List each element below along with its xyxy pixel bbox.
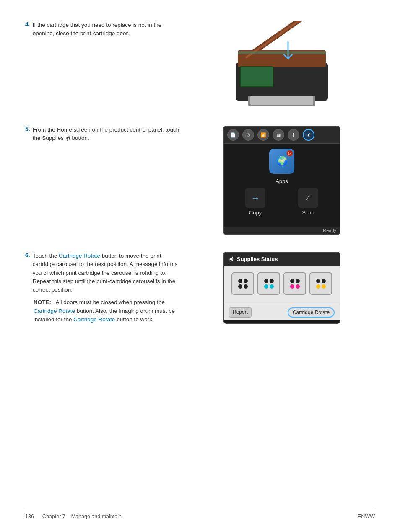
step-4-image [189, 21, 375, 109]
yellow-cartridge-dots [314, 277, 327, 290]
black-cartridge-dots [236, 277, 249, 290]
cartridge-row [230, 272, 333, 295]
control-panel-screen: 📄 ⚙ 📶 ▦ ℹ ⋪ 🌍 14 Apps [223, 126, 340, 235]
chapter-title: Manage and maintain [71, 514, 122, 519]
cyan-cartridge [257, 272, 280, 295]
dot-black-2 [244, 279, 248, 283]
supplies-header: ⋪ Supplies Status [224, 253, 340, 266]
dot-black-3 [238, 284, 242, 289]
cartridge-rotate-link-2[interactable]: Cartridge Rotate [34, 308, 75, 314]
supplies-icon: ⋪ [229, 256, 234, 262]
apps-label: Apps [229, 178, 335, 184]
step-4-number: 4. [25, 21, 30, 28]
dot-y-3 [316, 284, 320, 289]
step-6-content: Touch the Cartridge Rotate button to mov… [33, 252, 180, 294]
copy-icon[interactable]: → [245, 188, 265, 208]
yellow-cartridge [309, 272, 332, 295]
cartridge-rotate-link-1[interactable]: Cartridge Rotate [59, 253, 100, 259]
dot-black-1 [238, 279, 242, 283]
step-6-note: NOTE: All doors must be closed when pres… [34, 298, 180, 324]
scan-item: ⁄ Scan [298, 188, 318, 219]
dot-y-2 [322, 279, 326, 283]
supplies-status-screen: ⋪ Supplies Status [223, 252, 340, 324]
dot-c-3 [264, 284, 268, 289]
supplies-title: Supplies Status [237, 256, 278, 262]
screen-content-area: 🌍 14 Apps → Copy [224, 144, 340, 227]
dot-m-2 [296, 279, 300, 283]
dot-c-2 [270, 279, 274, 283]
step-4: 4. If the cartridge that you need to rep… [25, 21, 375, 109]
dot-y-1 [316, 279, 320, 283]
supplies-footer: Report Cartridge Rotate [224, 305, 340, 320]
dot-c-4 [270, 284, 274, 289]
dot-m-3 [290, 284, 294, 289]
enww-label: ENWW [358, 514, 375, 519]
scan-label: Scan [302, 209, 314, 216]
scan-icon[interactable]: ⁄ [298, 188, 318, 208]
info-btn-icon[interactable]: ℹ [288, 129, 299, 141]
footer-left: 136 Chapter 7 Manage and maintain [25, 514, 122, 519]
magenta-cartridge-dots [288, 277, 301, 290]
svg-rect-8 [238, 51, 326, 54]
apps-row: 🌍 14 [229, 149, 335, 174]
black-cartridge [231, 272, 254, 295]
step-5-text: 5. From the Home screen on the product c… [25, 126, 180, 235]
copy-scan-row: → Copy ⁄ Scan [229, 188, 335, 219]
ink-btn-icon[interactable]: ▦ [273, 129, 284, 141]
copy-item: → Copy [245, 188, 265, 219]
dot-y-4 [322, 284, 326, 289]
step-5-screen: 📄 ⚙ 📶 ▦ ℹ ⋪ 🌍 14 Apps [189, 126, 375, 235]
dot-m-4 [296, 284, 300, 289]
page: 4. If the cartridge that you need to rep… [0, 0, 400, 532]
magenta-cartridge [283, 272, 306, 295]
step-5-number: 5. [25, 126, 30, 132]
step-6-number: 6. [25, 252, 30, 258]
page-footer: 136 Chapter 7 Manage and maintain ENWW [25, 509, 375, 519]
step-5: 5. From the Home screen on the product c… [25, 126, 375, 235]
svg-rect-3 [241, 67, 273, 86]
copy-label: Copy [249, 209, 262, 216]
copy-btn-icon[interactable]: 📄 [227, 129, 239, 141]
supplies-body [224, 266, 340, 305]
screen-status: Ready [224, 227, 340, 234]
step-4-content: If the cartridge that you need to replac… [33, 21, 180, 38]
wifi-btn-icon[interactable]: 📶 [257, 129, 269, 141]
report-button[interactable]: Report [229, 307, 252, 318]
dot-black-4 [244, 284, 248, 289]
svg-rect-5 [250, 96, 313, 105]
scan-shape-icon: ⁄ [307, 194, 309, 202]
screen-topbar: 📄 ⚙ 📶 ▦ ℹ ⋪ [224, 127, 340, 144]
gear-btn-icon[interactable]: ⚙ [242, 129, 254, 141]
dot-c-1 [264, 279, 268, 283]
chapter-label: Chapter 7 Manage and maintain [42, 514, 122, 519]
step-4-text: 4. If the cartridge that you need to rep… [25, 21, 180, 109]
supplies-btn-icon[interactable]: ⋪ [303, 129, 314, 141]
chapter-number: Chapter 7 [42, 514, 65, 519]
step-5-content: From the Home screen on the product cont… [33, 126, 180, 143]
note-label: NOTE: [34, 299, 51, 305]
step-6-screen: ⋪ Supplies Status [189, 252, 375, 324]
cartridge-rotate-button[interactable]: Cartridge Rotate [288, 307, 335, 318]
step-6-text: 6. Touch the Cartridge Rotate button to … [25, 252, 180, 324]
cyan-cartridge-dots [262, 277, 275, 290]
apps-icon[interactable]: 🌍 14 [269, 149, 294, 174]
badge: 14 [287, 150, 293, 156]
dot-m-1 [290, 279, 294, 283]
step-6: 6. Touch the Cartridge Rotate button to … [25, 252, 375, 324]
cartridge-rotate-link-3[interactable]: Cartridge Rotate [73, 316, 115, 323]
copy-arrow-icon: → [251, 193, 260, 203]
printer-illustration [223, 21, 340, 109]
page-number: 136 [25, 514, 34, 519]
